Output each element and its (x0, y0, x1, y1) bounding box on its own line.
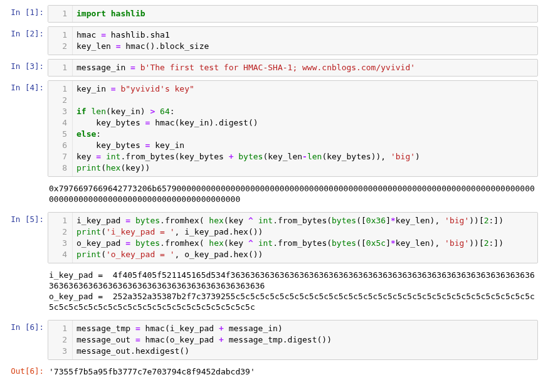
code-content: message_out = hmac(o_key_pad + message_t… (73, 334, 537, 346)
line-number: 2 (48, 334, 73, 346)
code-content: message_in = b'The first test for HMAC-S… (73, 60, 537, 76)
line-number: 1 (48, 320, 73, 334)
code-box[interactable]: 1key_in = b"yvivid's key"23if len(key_in… (48, 80, 538, 177)
code-content: import hashlib (73, 6, 537, 22)
result-area: '7355f7b5a95fb3777c7e703794c8f9452dabcd3… (48, 364, 538, 381)
code-line: 3message_out.hexdigest() (48, 346, 537, 359)
execute-result: '7355f7b5a95fb3777c7e703794c8f9452dabcd3… (48, 364, 538, 381)
code-box[interactable]: 1hmac = hashlib.sha12key_len = hmac().bl… (48, 26, 538, 55)
code-line: 1hmac = hashlib.sha1 (48, 27, 537, 41)
input-area: 1message_tmp = hmac(i_key_pad + message_… (48, 320, 538, 360)
line-number: 7 (48, 151, 73, 162)
input-area: 1key_in = b"yvivid's key"23if len(key_in… (48, 80, 538, 177)
code-line: 2key_len = hmac().block_size (48, 41, 537, 55)
result-cell: Out[6]:'7355f7b5a95fb3777c7e703794c8f945… (5, 364, 538, 381)
line-number: 1 (48, 27, 73, 41)
code-content: i_key_pad = bytes.fromhex( hex(key ^ int… (73, 213, 537, 226)
output-area: 0x797669766964277320​6b65790000000000000… (48, 181, 538, 208)
code-line: 1i_key_pad = bytes.fromhex( hex(key ^ in… (48, 213, 537, 226)
input-area: 1import hashlib (48, 5, 538, 23)
input-area: 1hmac = hashlib.sha12key_len = hmac().bl… (48, 26, 538, 55)
code-content: o_key_pad = bytes.fromhex( hex(key ^ int… (73, 238, 537, 249)
input-cell: In [6]:1message_tmp = hmac(i_key_pad + m… (5, 320, 538, 360)
code-line: 2print('i_key_pad = ', i_key_pad.hex()) (48, 226, 537, 238)
code-content: hmac = hashlib.sha1 (73, 27, 537, 41)
input-prompt: In [2]: (5, 26, 48, 55)
output-cell: i_key_pad = 4f405f405f521145165d534f3636… (5, 267, 538, 316)
code-content: key_bytes = hmac(key_in).digest() (73, 117, 537, 129)
code-box[interactable]: 1i_key_pad = bytes.fromhex( hex(key ^ in… (48, 212, 538, 263)
line-number: 2 (48, 95, 73, 106)
line-number: 1 (48, 81, 73, 95)
code-content: if len(key_in) > 64: (73, 106, 537, 117)
code-content: key_in = b"yvivid's key" (73, 81, 537, 95)
code-line: 3if len(key_in) > 64: (48, 106, 537, 117)
output-area: i_key_pad = 4f405f405f521145165d534f3636… (48, 267, 538, 316)
line-number: 1 (48, 6, 73, 22)
code-content: print('i_key_pad = ', i_key_pad.hex()) (73, 226, 537, 238)
code-line: 1message_tmp = hmac(i_key_pad + message_… (48, 320, 537, 334)
input-prompt: In [1]: (5, 5, 48, 23)
code-content: print(hex(key)) (73, 162, 537, 176)
input-cell: In [3]:1message_in = b'The first test fo… (5, 59, 538, 77)
code-line: 8print(hex(key)) (48, 162, 537, 176)
code-line: 1import hashlib (48, 6, 537, 22)
input-cell: In [1]:1import hashlib (5, 5, 538, 23)
code-line: 1key_in = b"yvivid's key" (48, 81, 537, 95)
code-box[interactable]: 1import hashlib (48, 5, 538, 23)
line-number: 3 (48, 106, 73, 117)
line-number: 1 (48, 60, 73, 76)
input-prompt: In [5]: (5, 212, 48, 263)
input-prompt: In [6]: (5, 320, 48, 360)
code-line: 2 (48, 95, 537, 106)
code-line: 3o_key_pad = bytes.fromhex( hex(key ^ in… (48, 238, 537, 249)
code-line: 2message_out = hmac(o_key_pad + message_… (48, 334, 537, 346)
code-content: message_tmp = hmac(i_key_pad + message_i… (73, 320, 537, 334)
code-content: else: (73, 129, 537, 140)
line-number: 6 (48, 140, 73, 151)
code-content: key = int.from_bytes(key_bytes + bytes(k… (73, 151, 537, 162)
code-box[interactable]: 1message_tmp = hmac(i_key_pad + message_… (48, 320, 538, 360)
output-prompt-empty (5, 181, 48, 208)
code-content: key_bytes = key_in (73, 140, 537, 151)
code-content (73, 95, 537, 106)
code-line: 7key = int.from_bytes(key_bytes + bytes(… (48, 151, 537, 162)
code-box[interactable]: 1message_in = b'The first test for HMAC-… (48, 59, 538, 77)
line-number: 2 (48, 41, 73, 55)
code-line: 1message_in = b'The first test for HMAC-… (48, 60, 537, 76)
input-area: 1message_in = b'The first test for HMAC-… (48, 59, 538, 77)
code-content: message_out.hexdigest() (73, 346, 537, 359)
input-cell: In [4]:1key_in = b"yvivid's key"23if len… (5, 80, 538, 177)
input-cell: In [2]:1hmac = hashlib.sha12key_len = hm… (5, 26, 538, 55)
line-number: 3 (48, 346, 73, 359)
line-number: 5 (48, 129, 73, 140)
notebook-container: In [1]:1import hashlibIn [2]:1hmac = has… (5, 5, 538, 381)
line-number: 4 (48, 117, 73, 129)
code-line: 6 key_bytes = key_in (48, 140, 537, 151)
line-number: 4 (48, 249, 73, 263)
code-line: 5else: (48, 129, 537, 140)
input-prompt: In [3]: (5, 59, 48, 77)
output-prompt-empty (5, 267, 48, 316)
line-number: 8 (48, 162, 73, 176)
output-prompt: Out[6]: (5, 364, 48, 381)
input-cell: In [5]:1i_key_pad = bytes.fromhex( hex(k… (5, 212, 538, 263)
stream-output: i_key_pad = 4f405f405f521145165d534f3636… (48, 267, 538, 316)
input-prompt: In [4]: (5, 80, 48, 177)
code-line: 4print('o_key_pad = ', o_key_pad.hex()) (48, 249, 537, 263)
input-area: 1i_key_pad = bytes.fromhex( hex(key ^ in… (48, 212, 538, 263)
output-cell: 0x797669766964277320​6b65790000000000000… (5, 181, 538, 208)
code-content: print('o_key_pad = ', o_key_pad.hex()) (73, 249, 537, 263)
line-number: 3 (48, 238, 73, 249)
stream-output: 0x797669766964277320​6b65790000000000000… (48, 181, 538, 208)
line-number: 2 (48, 226, 73, 238)
line-number: 1 (48, 213, 73, 226)
code-content: key_len = hmac().block_size (73, 41, 537, 55)
code-line: 4 key_bytes = hmac(key_in).digest() (48, 117, 537, 129)
